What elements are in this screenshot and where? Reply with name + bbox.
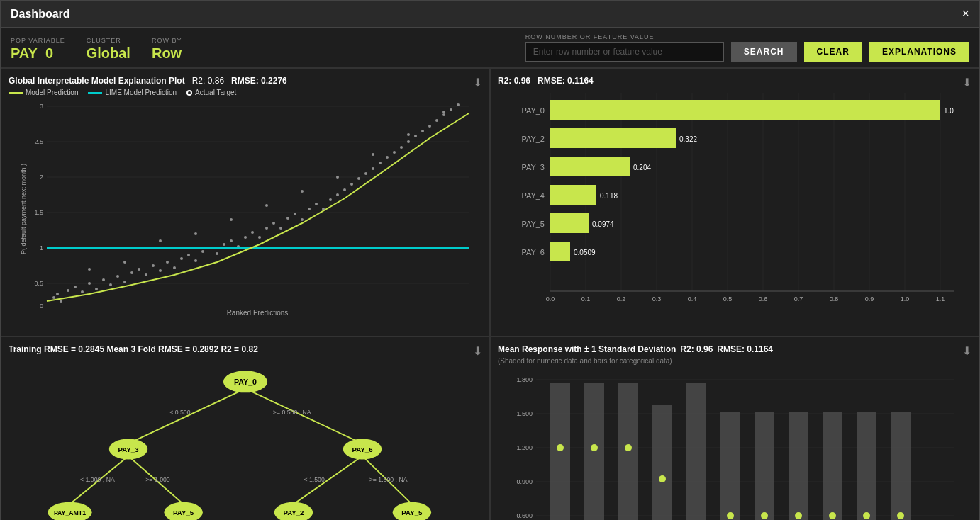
- svg-point-36: [201, 250, 204, 253]
- download-icon-br[interactable]: ⬇: [962, 344, 971, 358]
- download-icon-tr[interactable]: ⬇: [962, 76, 971, 89]
- dot-x0: [625, 444, 632, 451]
- svg-text:>= 1.500 , NA: >= 1.500 , NA: [369, 476, 408, 483]
- svg-text:P( default payment next month : P( default payment next month ): [20, 164, 27, 254]
- svg-point-81: [372, 153, 374, 156]
- bar-pay3: [550, 157, 630, 176]
- svg-text:< 1.000 , NA: < 1.000 , NA: [80, 476, 115, 483]
- svg-text:0.1: 0.1: [581, 295, 591, 303]
- bar-pay6: [550, 242, 570, 261]
- feature-importance-svg: 1.0 PAY_0 0.322 PAY_2 0.204 PAY_3 0.118 …: [498, 86, 971, 327]
- pop-variable-value: PAY_0: [11, 45, 65, 62]
- svg-point-54: [329, 198, 332, 201]
- svg-point-57: [350, 183, 353, 186]
- svg-text:2: 2: [40, 174, 43, 181]
- panel-decision-tree: Training RMSE = 0.2845 Mean 3 Fold RMSE …: [1, 337, 490, 520]
- mr-r2: R2: 0.96: [680, 344, 713, 354]
- search-button[interactable]: SEARCH: [731, 42, 797, 62]
- svg-point-35: [194, 259, 197, 262]
- svg-text:1.0: 1.0: [901, 295, 910, 303]
- svg-text:0.3: 0.3: [652, 295, 662, 303]
- dot-x1: [659, 475, 666, 482]
- svg-point-77: [230, 218, 233, 221]
- pop-variable-label: POP VARIABLE: [11, 37, 65, 44]
- svg-text:PAY_AMT1: PAY_AMT1: [54, 509, 86, 516]
- svg-point-47: [279, 227, 282, 230]
- svg-text:Ranked Predictions: Ranked Predictions: [227, 309, 289, 317]
- svg-point-29: [152, 264, 155, 267]
- fi-rmse: RMSE: 0.1164: [538, 76, 594, 86]
- download-icon-bl[interactable]: ⬇: [473, 344, 482, 358]
- lime-rmse: RMSE: 0.2276: [231, 76, 287, 86]
- cluster-value: Global: [87, 45, 130, 62]
- explanations-button[interactable]: EXPLANATIONS: [869, 42, 969, 62]
- clear-button[interactable]: CLEAR: [804, 42, 862, 62]
- download-icon-tl[interactable]: ⬇: [473, 76, 482, 89]
- bar-x2: [686, 383, 706, 520]
- svg-text:1.200: 1.200: [516, 444, 533, 451]
- svg-point-60: [372, 167, 374, 170]
- svg-text:PAY_2: PAY_2: [283, 509, 304, 516]
- svg-point-76: [194, 232, 197, 235]
- tree-svg: < 0.500 >= 0.500 , NA < 1.000 , NA >= 1.…: [9, 354, 482, 520]
- svg-point-69: [435, 119, 438, 122]
- svg-text:0.6: 0.6: [759, 295, 768, 303]
- svg-text:0.0: 0.0: [546, 295, 555, 303]
- svg-text:0.0974: 0.0974: [592, 220, 614, 228]
- svg-point-31: [166, 261, 169, 264]
- svg-point-38: [216, 252, 218, 255]
- toolbar: POP VARIABLE PAY_0 CLUSTER Global ROW BY…: [1, 28, 979, 68]
- legend-label-actual: Actual Target: [195, 89, 236, 96]
- search-input[interactable]: [525, 42, 724, 62]
- svg-text:1: 1: [40, 244, 43, 251]
- bar-pay0: [550, 100, 940, 120]
- legend-model-prediction: Model Prediction: [9, 89, 78, 96]
- svg-text:0.5: 0.5: [34, 280, 43, 287]
- pop-variable-group: POP VARIABLE PAY_0: [11, 37, 65, 62]
- svg-point-61: [379, 162, 382, 164]
- svg-point-80: [336, 176, 339, 179]
- main-content: Global Interpretable Model Explanation P…: [1, 68, 979, 520]
- svg-text:PAY_5: PAY_5: [521, 220, 545, 228]
- svg-point-45: [265, 227, 268, 230]
- svg-text:3: 3: [40, 103, 43, 110]
- svg-text:PAY_6: PAY_6: [352, 446, 373, 453]
- bar-x0: [618, 383, 638, 520]
- svg-text:< 1.500: < 1.500: [304, 476, 324, 483]
- svg-point-70: [442, 113, 445, 116]
- dot-x-1: [591, 444, 598, 451]
- svg-text:0.4: 0.4: [688, 295, 697, 303]
- svg-point-82: [407, 133, 410, 136]
- svg-point-72: [457, 103, 460, 106]
- svg-text:PAY_3: PAY_3: [521, 163, 545, 171]
- bar-pay4: [550, 185, 596, 205]
- legend-actual-target: Actual Target: [186, 89, 236, 96]
- svg-point-52: [315, 203, 318, 205]
- svg-point-49: [294, 213, 296, 215]
- svg-point-39: [223, 243, 225, 246]
- mr-title: Mean Response with ± 1 Standard Deviatio…: [498, 344, 676, 354]
- svg-text:0.8: 0.8: [830, 295, 839, 303]
- svg-text:PAY_3: PAY_3: [118, 446, 139, 453]
- svg-point-23: [109, 283, 112, 286]
- bar-x-2: [550, 383, 570, 520]
- svg-point-30: [159, 269, 162, 272]
- search-group: ROW NUMBER OR FEATURE VALUE: [525, 33, 724, 62]
- toolbar-right: ROW NUMBER OR FEATURE VALUE SEARCH CLEAR…: [525, 33, 969, 62]
- svg-text:1.500: 1.500: [516, 410, 533, 417]
- svg-point-43: [251, 231, 254, 234]
- bar-x5: [789, 412, 808, 520]
- row-by-group: ROW BY Row: [152, 37, 182, 62]
- svg-point-65: [407, 140, 410, 143]
- svg-point-73: [88, 268, 91, 271]
- svg-point-15: [56, 293, 59, 295]
- row-by-value: Row: [152, 45, 182, 62]
- bar-x-1: [584, 383, 604, 520]
- legend-line-lime: [88, 92, 102, 94]
- svg-text:>= 0.500 , NA: >= 0.500 , NA: [273, 409, 311, 416]
- bar-x1: [652, 405, 672, 520]
- svg-point-63: [393, 151, 396, 154]
- lime-plot-title: Global Interpretable Model Explanation P…: [9, 76, 185, 86]
- close-button[interactable]: ×: [962, 6, 969, 21]
- panel-lime-plot: Global Interpretable Model Explanation P…: [1, 68, 490, 337]
